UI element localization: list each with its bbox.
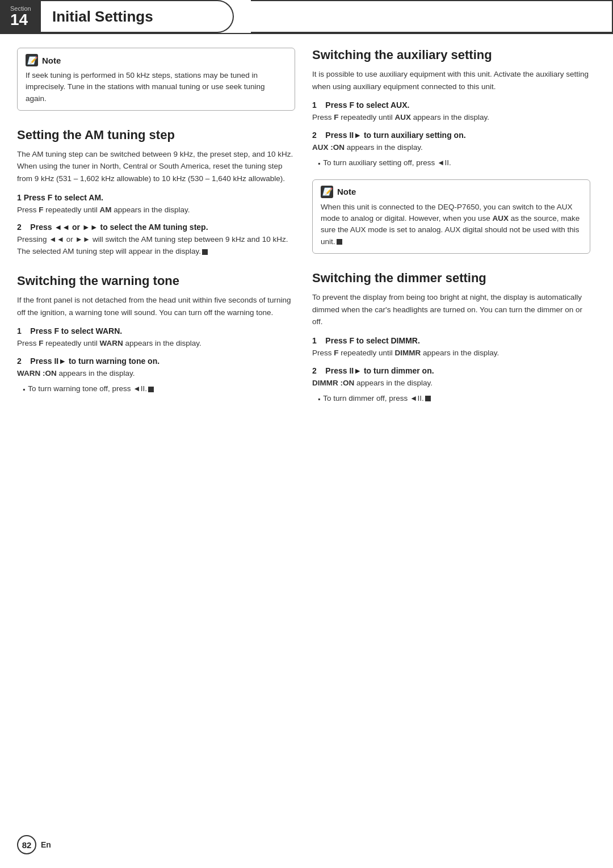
warning-tone-section: Switching the warning tone If the front … bbox=[17, 274, 295, 395]
header-right-box bbox=[251, 0, 613, 33]
aux-step2-heading: 2 Press II► to turn auxiliary setting on… bbox=[312, 131, 590, 140]
auxiliary-body: It is possible to use auxiliary equipmen… bbox=[312, 68, 590, 93]
note-text-aux: When this unit is connected to the DEQ-P… bbox=[321, 202, 582, 248]
auxiliary-title: Switching the auxiliary setting bbox=[312, 48, 590, 62]
aux-bullet1: To turn auxiliary setting off, press ◄II… bbox=[318, 157, 590, 169]
dimmer-bullet1: To turn dimmer off, press ◄II. bbox=[318, 393, 590, 405]
warn-bullet1: To turn warning tone off, press ◄II. bbox=[23, 383, 295, 395]
warn-step2-body: WARN :ON appears in the display. bbox=[17, 368, 295, 380]
section-number: 14 bbox=[10, 12, 28, 28]
end-mark-warn bbox=[148, 387, 154, 392]
auxiliary-section: Switching the auxiliary setting It is po… bbox=[312, 48, 590, 254]
page-footer: 82 En bbox=[17, 835, 51, 854]
title-pill: Initial Settings bbox=[41, 0, 234, 33]
am-tuning-body: The AM tuning step can be switched betwe… bbox=[17, 148, 295, 185]
am-tuning-title: Setting the AM tuning step bbox=[17, 128, 295, 142]
note-icon-aux: 📝 bbox=[321, 186, 333, 198]
end-mark-dimmer bbox=[425, 396, 431, 401]
page-number: 82 bbox=[17, 835, 36, 854]
page-title: Initial Settings bbox=[52, 8, 153, 26]
dimmer-step2-heading: 2 Press II► to turn dimmer on. bbox=[312, 366, 590, 375]
section-badge: Section 14 bbox=[0, 0, 41, 33]
note-header-aux: 📝 Note bbox=[321, 186, 582, 198]
aux-step1-body: Press F repeatedly until AUX appears in … bbox=[312, 112, 590, 124]
note-box-top: 📝 Note If seek tuning is performed in 50… bbox=[17, 48, 295, 111]
aux-step1-heading: 1 Press F to select AUX. bbox=[312, 100, 590, 110]
end-mark-aux-note bbox=[337, 239, 342, 245]
note-header: 📝 Note bbox=[26, 54, 287, 66]
left-column: 📝 Note If seek tuning is performed in 50… bbox=[17, 48, 295, 421]
dimmer-step1-body: Press F repeatedly until DIMMR appears i… bbox=[312, 347, 590, 359]
dimmer-title: Switching the dimmer setting bbox=[312, 271, 590, 286]
page-header: Section 14 Initial Settings bbox=[0, 0, 613, 34]
warning-tone-body: If the front panel is not detached from … bbox=[17, 294, 295, 318]
am-step1-heading: 1 Press F to select AM. bbox=[17, 193, 295, 202]
warn-step2-heading: 2 Press II► to turn warning tone on. bbox=[17, 357, 295, 366]
am-tuning-section: Setting the AM tuning step The AM tuning… bbox=[17, 128, 295, 258]
note-label: Note bbox=[42, 56, 61, 65]
footer-language: En bbox=[41, 840, 51, 849]
aux-step2-body: AUX :ON appears in the display. bbox=[312, 142, 590, 154]
end-mark bbox=[202, 249, 208, 255]
dimmer-step2-body: DIMMR :ON appears in the display. bbox=[312, 378, 590, 389]
warn-step1-heading: 1 Press F to select WARN. bbox=[17, 326, 295, 336]
note-text: If seek tuning is performed in 50 kHz st… bbox=[26, 70, 287, 104]
main-content: 📝 Note If seek tuning is performed in 50… bbox=[0, 34, 613, 438]
note-box-aux: 📝 Note When this unit is connected to th… bbox=[312, 179, 590, 254]
warn-step1-body: Press F repeatedly until WARN appears in… bbox=[17, 338, 295, 350]
dimmer-section: Switching the dimmer setting To prevent … bbox=[312, 271, 590, 405]
dimmer-body: To prevent the display from being too br… bbox=[312, 291, 590, 328]
am-step1-body: Press F repeatedly until AM appears in t… bbox=[17, 204, 295, 216]
am-step2-body: Pressing ◄◄ or ►► will switch the AM tun… bbox=[17, 234, 295, 258]
warning-tone-title: Switching the warning tone bbox=[17, 274, 295, 288]
dimmer-step1-heading: 1 Press F to select DIMMR. bbox=[312, 336, 590, 345]
am-step2-heading: 2 Press ◄◄ or ►► to select the AM tuning… bbox=[17, 223, 295, 232]
right-column: Switching the auxiliary setting It is po… bbox=[312, 48, 590, 421]
note-icon: 📝 bbox=[26, 54, 38, 66]
note-label-aux: Note bbox=[337, 187, 356, 196]
